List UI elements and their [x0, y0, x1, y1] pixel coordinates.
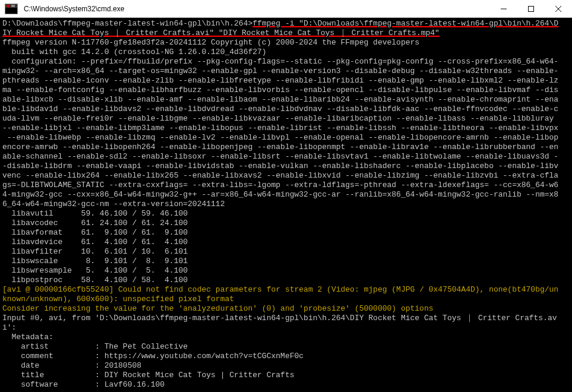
warn-tag: [avi @ 00000166cfb55240] [2, 285, 118, 294]
meta-date: date : 20180508 [2, 361, 141, 370]
warn-msg-1: Could not find codec parameters for stre… [118, 285, 558, 294]
maximize-button[interactable] [517, 0, 545, 18]
built-with: built with gcc 14.2.0 (crosstool-NG 1.26… [2, 48, 267, 56]
config-9: encore-amrwb --enable-libopenh264 --enab… [2, 143, 558, 151]
warn-msg-3: Consider increasing the value for the 'a… [2, 304, 434, 313]
config-3: ma --enable-fontconfig --enable-libharfb… [2, 86, 558, 94]
lib-7: libpostproc 58. 4.100 / 58. 4.100 [2, 276, 188, 284]
terminal-output[interactable]: D:\Downloads\ffmpeg-master-latest-win64-… [0, 18, 572, 392]
input-line-2: i': [2, 323, 16, 332]
svg-rect-1 [529, 6, 534, 11]
warn-msg-2: known/unknown), 600x600): unspecified pi… [2, 295, 234, 304]
config-1: mingw32- --arch=x86_64 --target-os=mingw… [2, 67, 558, 75]
metadata-label: Metadata: [2, 333, 53, 342]
lib-1: libavcodec 61. 24.100 / 61. 24.100 [2, 219, 188, 227]
window-title: C:\Windows\System32\cmd.exe [21, 5, 490, 13]
cmd-icon [5, 4, 18, 14]
lib-5: libswscale 8. 9.101 / 8. 9.101 [2, 257, 188, 265]
lib-4: libavfilter 10. 6.101 / 10. 6.101 [2, 247, 188, 256]
config-13: gs=-DLIBTWOLAME_STATIC --extra-cxxflags=… [2, 181, 558, 189]
minimize-button[interactable] [490, 0, 517, 18]
close-button[interactable] [545, 0, 572, 18]
lib-0: libavutil 59. 46.100 / 59. 46.100 [2, 209, 188, 218]
config-12: venc --enable-libx264 --enable-libx265 -… [2, 171, 558, 180]
lib-6: libswresample 5. 4.100 / 5. 4.100 [2, 266, 188, 275]
config-0: configuration: --prefix=/ffbuild/prefix … [2, 57, 558, 66]
ffmpeg-version: ffmpeg version N-117760-gfe18ed3f2a-2024… [2, 38, 419, 47]
config-4: able-libxcb --disable-xlib --enable-amf … [2, 95, 558, 104]
lib-3: libavdevice 61. 4.100 / 61. 4.100 [2, 238, 188, 246]
command-line-1: ffmpeg -i "D:\Downloads\ffmpeg-master-la… [252, 19, 558, 28]
config-14: 4-mingw32-gcc --cxx=x86_64-w64-mingw32-g… [2, 190, 558, 199]
meta-artist: artist : The Pet Collective [2, 342, 188, 351]
config-11: -disable-libdrm --enable-vaapi --enable-… [2, 162, 558, 170]
meta-title: title : DIY Rocket Mice Cat Toys | Critt… [2, 371, 294, 380]
config-5: ble-libdav1d --enable-libdavs2 --enable-… [2, 105, 558, 113]
prompt-path: D:\Downloads\ffmpeg-master-latest-win64-… [2, 19, 252, 28]
config-15: 6_64-w64-mingw32-gcc-nm --extra-version=… [2, 200, 225, 208]
config-10: able-schannel --enable-sdl2 --enable-lib… [2, 152, 558, 161]
command-line-2: IY Rocket Mice Cat Toys ｜ Critter Crafts… [2, 29, 440, 37]
config-7: --enable-libjxl --enable-libmp3lame --en… [2, 124, 558, 132]
meta-software: software : Lavf60.16.100 [2, 380, 165, 389]
config-2: pthreads --enable-iconv --enable-zlib --… [2, 76, 558, 85]
lib-2: libavformat 61. 9.100 / 61. 9.100 [2, 228, 188, 237]
config-6: uda-llvm --enable-frei0r --enable-libgme… [2, 114, 558, 123]
meta-comment: comment : https://www.youtube.com/watch?… [2, 352, 304, 361]
input-line-1: Input #0, avi, from 'D:\Downloads\ffmpeg… [2, 314, 557, 323]
window-titlebar: C:\Windows\System32\cmd.exe [0, 0, 572, 18]
config-8: --enable-libwebp --enable-libzmq --enabl… [2, 133, 558, 142]
